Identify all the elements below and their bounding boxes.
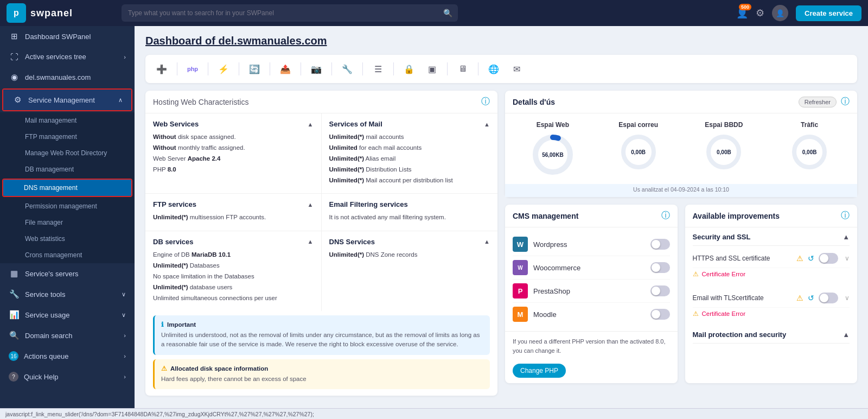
donut-web: 56,00KB bbox=[531, 133, 575, 176]
toolbar-divider bbox=[447, 62, 448, 75]
toolbar-refresh-icon[interactable]: 🔄 bbox=[245, 59, 264, 79]
hosting-card-title: Hosting Web Characteristics bbox=[153, 98, 248, 106]
toolbar-screen-icon[interactable]: 🖥 bbox=[453, 59, 473, 79]
sidebar-item-service-usage[interactable]: 📊 Service usage ∨ bbox=[0, 304, 135, 325]
logo-icon: p bbox=[7, 3, 26, 23]
sidebar-item-service-management[interactable]: ⚙ Service Management ∧ bbox=[3, 90, 131, 110]
toolbar-upload-icon[interactable]: 📤 bbox=[276, 59, 295, 79]
avatar[interactable]: 👤 bbox=[772, 5, 788, 21]
tls-chevron-icon[interactable]: ∨ bbox=[845, 294, 850, 302]
usage-info-icon[interactable]: ⓘ bbox=[841, 96, 850, 107]
tls-warning-icon: ⚠ bbox=[796, 294, 803, 302]
sidebar-sub-permission-management[interactable]: Permission management bbox=[0, 198, 135, 214]
toolbar-list-icon[interactable]: ☰ bbox=[368, 59, 388, 79]
sidebar-item-active-services-tree[interactable]: ⛶ Active services tree › bbox=[0, 47, 135, 67]
sidebar-sub-file-manager[interactable]: File manager bbox=[0, 214, 135, 231]
chevron-right-icon: ∨ bbox=[122, 312, 126, 319]
https-refresh-icon[interactable]: ↺ bbox=[808, 254, 814, 263]
usage-icon: 📊 bbox=[9, 310, 20, 320]
toolbar-grid-icon[interactable]: ▣ bbox=[422, 59, 442, 79]
moodle-logo: M bbox=[513, 307, 528, 322]
actions-icon: 16 bbox=[9, 351, 18, 361]
improvements-card: Available improvements ⓘ Security and SS… bbox=[685, 205, 858, 383]
sidebar-sub-dns-management[interactable]: DNS management bbox=[3, 180, 131, 196]
sidebar-sub-mail-management[interactable]: Mail management bbox=[0, 112, 135, 129]
sidebar-item-quick-help[interactable]: ? Quick Help › bbox=[0, 366, 135, 387]
web-row: PHP 8.0 bbox=[153, 165, 314, 174]
statusbar-text: javascript:f_link_menu_slider('/dns/?dom… bbox=[5, 411, 314, 417]
https-ssl-toggle[interactable] bbox=[819, 253, 838, 264]
toolbar-lock-icon[interactable]: 🔒 bbox=[399, 59, 419, 79]
collapse-icon[interactable]: ▲ bbox=[308, 238, 314, 245]
web-row: Web Server Apache 2.4 bbox=[153, 154, 314, 163]
sidebar-item-domain-search[interactable]: 🔍 Domain search › bbox=[0, 325, 135, 346]
cms-row-wordpress: W Wordpress bbox=[513, 233, 670, 256]
disk-body: Hard fees apply, there cannot be an exce… bbox=[161, 374, 483, 384]
search-input[interactable] bbox=[122, 4, 458, 22]
prestashop-toggle[interactable] bbox=[650, 285, 670, 296]
sidebar-sub-ftp-management[interactable]: FTP management bbox=[0, 129, 135, 145]
sidebar-sub-web-statistics[interactable]: Web statistics bbox=[0, 231, 135, 247]
help-icon: ? bbox=[9, 372, 18, 382]
ftp-services-section: FTP services ▲ Unlimited(*) multisession… bbox=[145, 194, 322, 231]
sidebar-sub-crons-management[interactable]: Crons management bbox=[0, 247, 135, 263]
collapse-icon[interactable]: ▲ bbox=[308, 201, 314, 208]
toolbar-config-icon[interactable]: ⚡ bbox=[214, 59, 233, 79]
toolbar-snapshot-icon[interactable]: 📷 bbox=[307, 59, 326, 79]
db-row: Unlimited(*) Databases bbox=[153, 261, 314, 270]
sidebar-item-actions-queue[interactable]: 16 Actions queue › bbox=[0, 346, 135, 366]
collapse-icon[interactable]: ▲ bbox=[484, 238, 490, 245]
db-row: Unlimited simultaneous connections per u… bbox=[153, 294, 314, 302]
settings-icon[interactable]: ⚙ bbox=[756, 7, 764, 19]
email-filtering-header: Email Filtering services bbox=[329, 200, 490, 208]
cms-row-woocommerce: W Woocommerce bbox=[513, 256, 670, 280]
sidebar-sub-manage-web-root[interactable]: Manage Web Root Directory bbox=[0, 145, 135, 161]
woocommerce-toggle[interactable] bbox=[650, 262, 670, 273]
db-row: Engine of DB MariaDB 10.1 bbox=[153, 250, 314, 259]
chevron-right-icon: › bbox=[124, 332, 126, 339]
wordpress-toggle[interactable] bbox=[650, 239, 670, 250]
collapse-icon[interactable]: ▲ bbox=[484, 121, 490, 128]
sidebar-item-service-tools[interactable]: 🔧 Service tools ∨ bbox=[0, 284, 135, 304]
prestashop-logo: P bbox=[513, 283, 528, 299]
sidebar-item-dashboard[interactable]: ⊞ Dashboard SWPanel bbox=[0, 26, 135, 47]
toolbar-globe-icon[interactable]: 🌐 bbox=[484, 59, 503, 79]
sidebar-item-services-servers[interactable]: ▦ Service's servers bbox=[0, 263, 135, 284]
moodle-toggle[interactable] bbox=[650, 309, 670, 320]
usage-col-traffic: Tràfic 0,00B bbox=[769, 121, 850, 171]
statusbar: javascript:f_link_menu_slider('/dns/?dom… bbox=[0, 408, 868, 419]
https-chevron-icon[interactable]: ∨ bbox=[845, 255, 850, 262]
tls-refresh-icon[interactable]: ↺ bbox=[808, 294, 814, 302]
cms-name-prestashop: PrestaShop bbox=[533, 287, 650, 295]
mail-row: Unlimited(*) Mail account per distributi… bbox=[329, 176, 490, 185]
toolbar-mail-icon[interactable]: ✉ bbox=[507, 59, 526, 79]
donut-value-web: 56,00KB bbox=[542, 152, 563, 158]
topbar-right: 👤 500 ⚙ 👤 Create service bbox=[736, 5, 861, 21]
change-php-button[interactable]: Change PHP bbox=[513, 364, 566, 378]
domain-search-icon: 🔍 bbox=[9, 331, 20, 340]
panels-row: Hosting Web Characteristics ⓘ Web Servic… bbox=[145, 91, 857, 396]
sidebar-item-domain[interactable]: ◉ del.swmanuales.com bbox=[0, 67, 135, 87]
donut-correu: 0,00B bbox=[620, 133, 658, 171]
hosting-info-icon[interactable]: ⓘ bbox=[481, 96, 490, 107]
toolbar-php-icon[interactable]: php bbox=[183, 59, 202, 79]
search-bar[interactable]: 🔍 bbox=[122, 4, 458, 22]
collapse-icon[interactable]: ▲ bbox=[843, 233, 850, 241]
sidebar-item-label: Quick Help bbox=[24, 373, 59, 381]
improvements-info-icon[interactable]: ⓘ bbox=[841, 210, 850, 221]
notifications-badge[interactable]: 👤 500 bbox=[736, 7, 748, 19]
hosting-card-header: Hosting Web Characteristics ⓘ bbox=[145, 91, 497, 113]
cms-info-icon[interactable]: ⓘ bbox=[661, 210, 670, 221]
email-tls-toggle[interactable] bbox=[819, 293, 838, 303]
chevron-right-icon: ∨ bbox=[122, 291, 126, 298]
sidebar: ⊞ Dashboard SWPanel ⛶ Active services tr… bbox=[0, 26, 135, 408]
collapse-icon[interactable]: ▲ bbox=[843, 331, 850, 339]
toolbar-tools-icon[interactable]: 🔧 bbox=[337, 59, 357, 79]
email-tls-group: Email with TLScertificate ⚠ ↺ ∨ ⚠ Certif… bbox=[693, 285, 850, 325]
toolbar-add-icon[interactable]: ➕ bbox=[152, 59, 171, 79]
usage-label-correu: Espai correu bbox=[618, 121, 658, 129]
collapse-icon[interactable]: ▲ bbox=[308, 121, 314, 128]
refresh-button[interactable]: Refresher bbox=[799, 97, 837, 107]
sidebar-sub-db-management[interactable]: DB management bbox=[0, 161, 135, 177]
create-service-button[interactable]: Create service bbox=[796, 5, 861, 21]
